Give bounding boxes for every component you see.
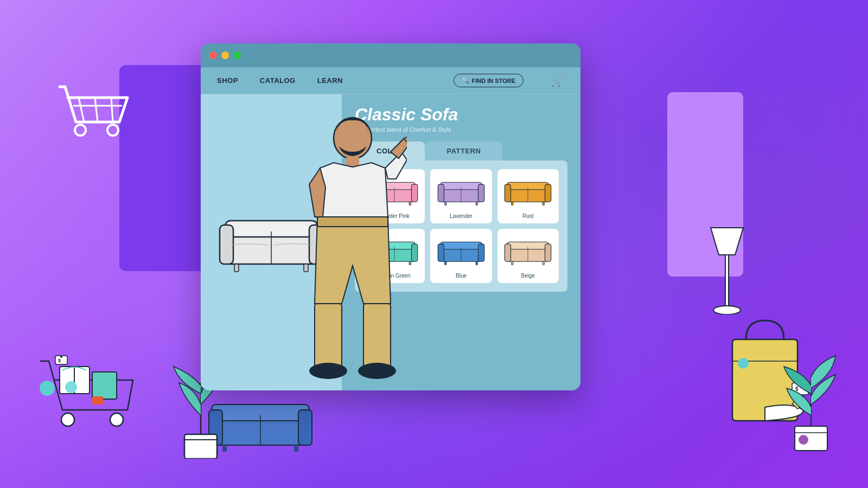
svg-line-2 (95, 98, 98, 122)
svg-point-6 (61, 413, 74, 426)
svg-point-79 (358, 363, 396, 379)
svg-rect-65 (476, 261, 478, 265)
svg-rect-14 (92, 396, 103, 404)
svg-point-7 (110, 413, 123, 426)
svg-text:$: $ (58, 358, 61, 363)
circle-decoration-4 (799, 435, 808, 445)
sofa-thumb-beige (499, 230, 558, 271)
svg-rect-48 (545, 184, 551, 202)
svg-rect-29 (234, 264, 239, 272)
svg-rect-77 (363, 304, 391, 369)
search-icon: 🔍 (462, 77, 469, 84)
svg-rect-80 (725, 255, 729, 309)
person-decor (288, 108, 407, 425)
svg-rect-37 (409, 202, 411, 205)
cart-decor-topleft (49, 76, 136, 143)
plant-decor-right (770, 345, 852, 455)
svg-rect-26 (220, 225, 233, 264)
svg-line-1 (79, 98, 84, 122)
lamp-decor (705, 217, 749, 317)
svg-rect-51 (542, 202, 545, 205)
browser-titlebar (201, 43, 580, 67)
dot-yellow[interactable] (221, 52, 229, 59)
svg-rect-75 (317, 217, 388, 227)
color-option-lavender[interactable]: Lavender (430, 169, 492, 223)
svg-rect-61 (438, 244, 444, 261)
tab-pattern[interactable]: PATTERN (425, 142, 502, 160)
dot-green[interactable] (233, 52, 241, 59)
color-label-lavender: Lavender (431, 211, 490, 222)
svg-rect-62 (478, 244, 484, 261)
color-option-beige[interactable]: Beige (497, 229, 559, 283)
svg-rect-69 (545, 244, 551, 261)
nav-learn[interactable]: LEARN (317, 76, 343, 85)
color-label-blue: Blue (431, 271, 490, 282)
sofa-thumb-rust (499, 170, 558, 211)
svg-rect-47 (505, 184, 511, 202)
svg-rect-71 (512, 261, 514, 265)
nav-catalog[interactable]: CATALOG (260, 76, 296, 85)
circle-decoration-1 (40, 381, 55, 396)
sofa-thumb-blue (431, 230, 490, 271)
color-option-blue[interactable]: Blue (430, 229, 492, 283)
dot-red[interactable] (209, 52, 217, 59)
svg-rect-76 (315, 304, 342, 369)
svg-rect-40 (438, 184, 444, 202)
cart-icon-nav[interactable]: 🛒 (551, 74, 564, 87)
circle-decoration-2 (65, 381, 77, 393)
svg-rect-68 (505, 244, 511, 261)
svg-rect-41 (478, 184, 484, 202)
svg-rect-44 (476, 202, 478, 205)
color-label-beige: Beige (499, 271, 558, 282)
circle-decoration-3 (738, 358, 749, 369)
svg-rect-10 (92, 372, 117, 399)
svg-rect-34 (411, 184, 417, 202)
svg-rect-72 (542, 261, 545, 265)
svg-rect-55 (411, 244, 417, 261)
browser-nav: SHOP CATALOG LEARN 🔍 FIND IN STORE 🛒 (201, 67, 580, 94)
color-option-rust[interactable]: Rust (497, 169, 559, 223)
svg-rect-43 (444, 202, 446, 205)
svg-rect-23 (294, 445, 298, 452)
svg-point-4 (75, 125, 86, 136)
color-label-rust: Rust (499, 211, 558, 222)
svg-point-81 (713, 306, 741, 314)
svg-point-5 (107, 125, 118, 136)
svg-rect-58 (409, 261, 411, 265)
svg-rect-50 (512, 202, 514, 205)
svg-rect-64 (444, 261, 446, 265)
svg-rect-15 (184, 434, 217, 459)
nav-shop[interactable]: SHOP (217, 76, 238, 85)
find-in-store-label: FIND IN STORE (472, 78, 515, 84)
sofa-thumb-lavender (431, 170, 490, 211)
svg-point-78 (309, 363, 347, 379)
svg-point-13 (60, 356, 62, 358)
find-in-store-button[interactable]: 🔍 FIND IN STORE (454, 74, 524, 87)
svg-line-3 (111, 98, 113, 122)
